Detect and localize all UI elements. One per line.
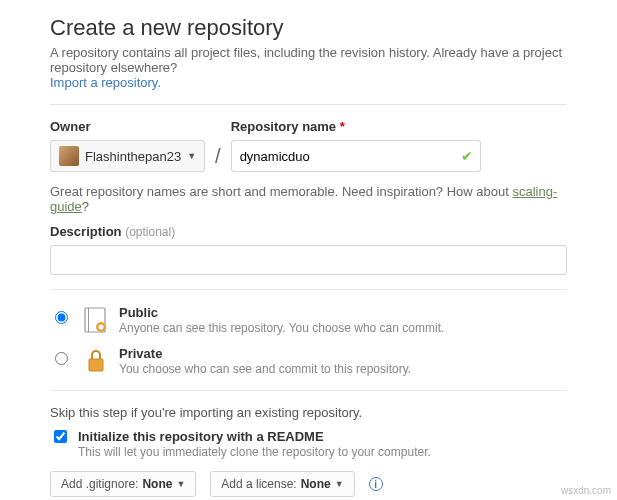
owner-label: Owner [50, 119, 205, 134]
subtitle-text: A repository contains all project files,… [50, 45, 562, 75]
readme-description: This will let you immediately clone the … [78, 445, 431, 459]
repo-name-input[interactable] [231, 140, 481, 172]
private-icon [81, 347, 109, 375]
description-input[interactable] [50, 245, 567, 275]
svg-rect-1 [88, 308, 89, 332]
gitignore-value: None [142, 477, 172, 491]
gitignore-dropdown[interactable]: Add .gitignore: None ▼ [50, 471, 196, 497]
readme-checkbox[interactable] [54, 430, 67, 443]
gitignore-prefix: Add .gitignore: [61, 477, 138, 491]
caret-down-icon: ▼ [176, 479, 185, 489]
optional-text: (optional) [125, 225, 175, 239]
public-radio[interactable] [55, 311, 68, 324]
description-label: Description (optional) [50, 224, 567, 239]
caret-down-icon: ▼ [335, 479, 344, 489]
owner-username: Flashinthepan23 [85, 149, 181, 164]
svg-point-3 [99, 325, 104, 330]
watermark: wsxdn.com [561, 485, 611, 496]
license-dropdown[interactable]: Add a license: None ▼ [210, 471, 354, 497]
private-description: You choose who can see and commit to thi… [119, 362, 411, 376]
skip-text: Skip this step if you're importing an ex… [50, 405, 567, 420]
divider [50, 289, 567, 290]
repo-name-label: Repository name * [231, 119, 481, 134]
license-prefix: Add a license: [221, 477, 296, 491]
path-separator: / [213, 145, 223, 172]
hint-text-b: ? [82, 199, 89, 214]
page-subtitle: A repository contains all project files,… [50, 45, 567, 90]
private-radio[interactable] [55, 352, 68, 365]
description-label-text: Description [50, 224, 122, 239]
private-title: Private [119, 346, 162, 361]
readme-label: Initialize this repository with a README [78, 429, 324, 444]
public-icon [81, 306, 109, 334]
name-hint: Great repository names are short and mem… [50, 184, 567, 214]
divider [50, 390, 567, 391]
check-icon: ✔ [461, 148, 473, 164]
svg-rect-4 [89, 359, 103, 371]
owner-dropdown[interactable]: Flashinthepan23 ▼ [50, 140, 205, 172]
caret-down-icon: ▼ [187, 151, 196, 161]
page-title: Create a new repository [50, 15, 567, 41]
public-description: Anyone can see this repository. You choo… [119, 321, 444, 335]
required-asterisk: * [340, 119, 345, 134]
info-icon[interactable]: i [369, 477, 383, 491]
divider [50, 104, 567, 105]
license-value: None [301, 477, 331, 491]
avatar [59, 146, 79, 166]
import-repository-link[interactable]: Import a repository. [50, 75, 161, 90]
hint-text-a: Great repository names are short and mem… [50, 184, 512, 199]
public-title: Public [119, 305, 158, 320]
repo-name-label-text: Repository name [231, 119, 336, 134]
